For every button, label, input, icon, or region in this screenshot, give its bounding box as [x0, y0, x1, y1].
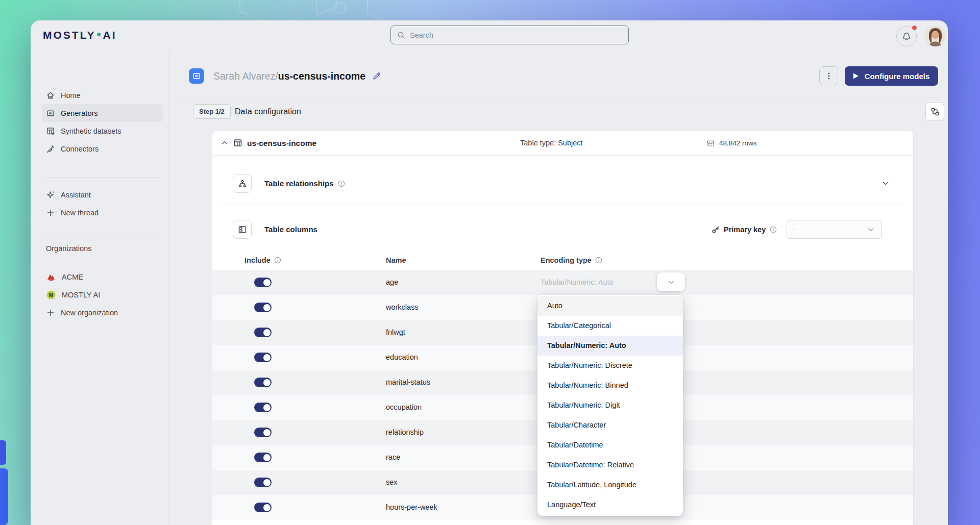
- column-name: occupation: [386, 395, 422, 420]
- divider: [45, 233, 160, 233]
- primary-key-value: -: [793, 226, 796, 234]
- encoding-select-trigger[interactable]: [657, 272, 685, 291]
- collapse-table-button[interactable]: [220, 138, 229, 147]
- info-icon: [274, 257, 281, 264]
- sidebar-item-connectors[interactable]: Connectors: [42, 140, 163, 158]
- columns-iconbox: [233, 220, 252, 239]
- item-label: Connectors: [61, 145, 99, 153]
- encoding-option-tabular-character[interactable]: Tabular/Character: [537, 415, 683, 435]
- columns-table-header: Include Name Encoding type: [212, 251, 913, 270]
- sidebar-item-assistant[interactable]: Assistant: [42, 186, 163, 204]
- chevron-down-icon: [866, 225, 875, 234]
- table-name: us-census-income: [247, 131, 316, 155]
- info-icon: [770, 226, 777, 233]
- relationships-section-label: Table relationships: [264, 174, 345, 193]
- sidebar-item-synthetic-datasets[interactable]: Synthetic datasets: [42, 122, 163, 140]
- sidebar-item-home[interactable]: Home: [42, 86, 163, 104]
- include-toggle[interactable]: [254, 303, 272, 312]
- item-label: Synthetic datasets: [61, 127, 121, 135]
- table-card: us-census-income Table type: Subject 48,…: [212, 131, 914, 525]
- encoding-option-tabular-numeric-binned[interactable]: Tabular/Numeric: Binned: [537, 376, 683, 395]
- notifications-button[interactable]: [896, 26, 917, 46]
- ai-chip-icon: AI: [46, 109, 55, 118]
- search-input[interactable]: [410, 31, 622, 39]
- svg-text:AI: AI: [49, 111, 53, 115]
- encoding-option-language-text[interactable]: Language/Text: [537, 495, 683, 515]
- include-toggle[interactable]: [254, 328, 272, 337]
- include-toggle[interactable]: [254, 378, 272, 387]
- search-bar[interactable]: [390, 26, 629, 44]
- generator-name: us-census-income: [278, 70, 365, 82]
- org-item-new-organization[interactable]: New organization: [42, 304, 163, 321]
- logo-text: MOSTLY: [43, 29, 96, 41]
- item-label: New organization: [61, 309, 118, 317]
- notification-badge: [912, 26, 917, 30]
- item-label: Home: [61, 91, 81, 99]
- expand-relationships-button[interactable]: [881, 179, 890, 188]
- step-title: Data configuration: [235, 104, 301, 119]
- encoding-option-tabular-datetime[interactable]: Tabular/Datetime: [537, 435, 683, 455]
- encoding-dropdown: AutoTabular/CategoricalTabular/Numeric: …: [537, 295, 683, 516]
- encoding-value: Tabular/Numeric: Auto: [541, 270, 614, 295]
- row-count: 48,842 rows: [706, 131, 757, 155]
- plus-icon: [46, 208, 55, 217]
- include-toggle[interactable]: [254, 353, 272, 362]
- sidebar-item-new-thread[interactable]: New thread: [42, 204, 163, 221]
- include-toggle[interactable]: [254, 278, 272, 287]
- org-item-mostly-ai[interactable]: MMOSTLY AI: [42, 286, 163, 304]
- include-toggle[interactable]: [254, 453, 272, 462]
- acme-logo-icon: [46, 272, 56, 282]
- sidebar-item-generators[interactable]: AIGenerators: [42, 104, 163, 122]
- ai-chip-icon: AI: [192, 71, 201, 81]
- step-badge: Step 1/2: [193, 104, 231, 119]
- include-toggle[interactable]: [254, 428, 272, 437]
- item-label: New thread: [61, 209, 99, 217]
- relationships-iconbox: [233, 174, 252, 193]
- column-name: race: [386, 445, 400, 470]
- header-name: Name: [386, 251, 406, 270]
- encoding-option-tabular-categorical[interactable]: Tabular/Categorical: [537, 316, 683, 336]
- encoding-option-tabular-numeric-discrete[interactable]: Tabular/Numeric: Discrete: [537, 356, 683, 376]
- edit-name-button[interactable]: [372, 71, 381, 81]
- table-type: Table type: Subject: [520, 131, 583, 155]
- app-logo: MOSTLYAI: [43, 20, 117, 49]
- breadcrumb-owner: Sarah Alvarez/: [213, 70, 278, 82]
- more-actions-button[interactable]: [819, 66, 838, 85]
- organizations-list: ACMEMMOSTLY AINew organization: [42, 268, 163, 321]
- user-avatar[interactable]: [925, 26, 946, 46]
- sparkle-icon: [46, 190, 55, 199]
- divider: [45, 177, 160, 178]
- configure-models-button[interactable]: Configure models: [845, 66, 938, 86]
- header-encoding-type: Encoding type: [541, 251, 602, 270]
- header-include: Include: [244, 251, 281, 270]
- background-accent-bar: [0, 468, 8, 525]
- item-label: ACME: [62, 273, 83, 281]
- bell-icon: [901, 32, 912, 41]
- column-name: sex: [386, 470, 398, 495]
- column-name: workclass: [386, 295, 419, 320]
- divider: [170, 97, 948, 97]
- column-name: marital-status: [386, 370, 430, 395]
- org-item-acme[interactable]: ACME: [42, 268, 163, 286]
- connector-icon: [46, 144, 55, 154]
- column-name: hours-per-week: [386, 495, 437, 520]
- include-toggle[interactable]: [254, 478, 272, 487]
- include-toggle[interactable]: [254, 503, 272, 512]
- model-configuration-button[interactable]: [925, 102, 944, 121]
- organizations-label: Organizations: [46, 244, 91, 253]
- background-accent-bar: [0, 440, 6, 465]
- plus-icon: [46, 308, 55, 317]
- column-name: relationship: [386, 420, 424, 445]
- encoding-option-tabular-latitude-longitude[interactable]: Tabular/Latitude, Longitude: [537, 475, 683, 495]
- encoding-option-tabular-datetime-relative[interactable]: Tabular/Datetime: Relative: [537, 455, 683, 475]
- play-icon: [853, 73, 859, 79]
- model-icon: [930, 107, 940, 116]
- primary-key-select[interactable]: -: [787, 220, 882, 239]
- app-window: MOSTLYAI HomeAIGeneratorsSynthetic d: [31, 20, 948, 525]
- hierarchy-icon: [238, 179, 247, 188]
- encoding-option-tabular-numeric-digit[interactable]: Tabular/Numeric: Digit: [537, 395, 683, 415]
- include-toggle[interactable]: [254, 403, 272, 412]
- item-label: MOSTLY AI: [62, 291, 100, 299]
- encoding-option-tabular-numeric-auto[interactable]: Tabular/Numeric: Auto: [537, 336, 683, 356]
- encoding-option-auto[interactable]: Auto: [537, 296, 683, 316]
